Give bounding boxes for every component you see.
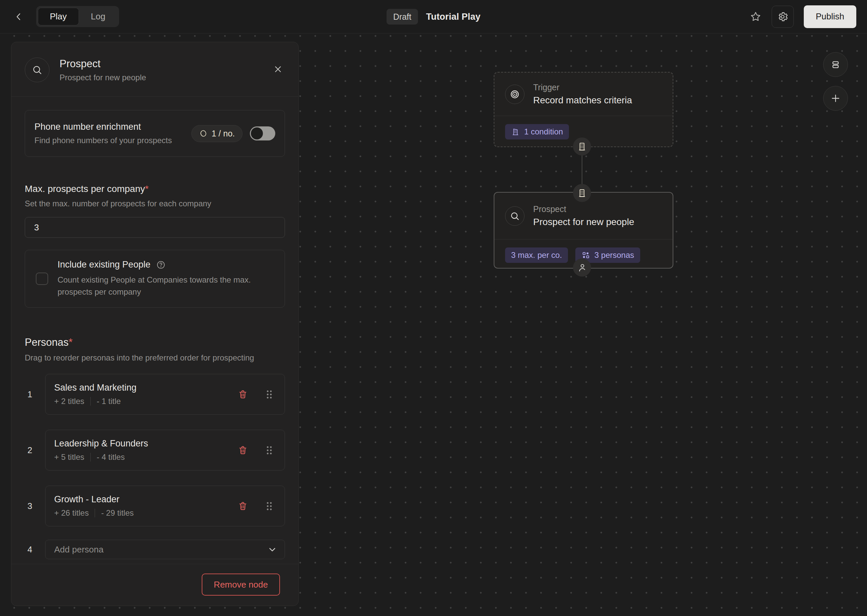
persona-added-titles: + 5 titles bbox=[54, 453, 84, 462]
star-icon bbox=[750, 11, 762, 23]
drag-handle-icon[interactable] bbox=[264, 500, 275, 513]
persona-removed-titles: - 4 titles bbox=[97, 453, 125, 462]
max-per-company-badge-label: 3 max. per co. bbox=[511, 250, 562, 260]
persona-order-number: 4 bbox=[25, 544, 45, 555]
tab-log[interactable]: Log bbox=[79, 8, 117, 25]
panel-subtitle: Prospect for new people bbox=[60, 73, 146, 82]
company-connector-icon[interactable] bbox=[573, 184, 591, 202]
back-button[interactable] bbox=[11, 9, 27, 25]
toggle-knob bbox=[251, 127, 263, 140]
persona-order-number: 1 bbox=[25, 389, 45, 400]
condition-badge[interactable]: 1 condition bbox=[505, 124, 569, 140]
target-icon bbox=[505, 85, 524, 104]
plus-icon bbox=[830, 93, 841, 104]
prospect-node-type: Prospect bbox=[533, 204, 634, 214]
persona-row: 1 Sales and Marketing + 2 titles - 1 tit… bbox=[25, 374, 285, 415]
chevron-left-icon bbox=[14, 12, 24, 22]
persona-card[interactable]: Growth - Leader + 26 titles - 29 titles bbox=[45, 486, 285, 526]
persona-removed-titles: - 29 titles bbox=[101, 508, 134, 518]
delete-persona-button[interactable] bbox=[236, 387, 250, 401]
rows-icon bbox=[830, 59, 841, 70]
max-prospects-input[interactable] bbox=[25, 217, 285, 238]
include-existing-label: Include existing People bbox=[58, 259, 151, 270]
personas-list: 1 Sales and Marketing + 2 titles - 1 tit… bbox=[25, 374, 285, 559]
divider bbox=[90, 397, 91, 405]
topbar: Play Log Draft Tutorial Play Publish bbox=[0, 0, 867, 33]
personas-description: Drag to reorder personas into the prefer… bbox=[25, 353, 285, 363]
add-node-button[interactable] bbox=[823, 86, 848, 111]
credit-cost-label: 1 / no. bbox=[212, 129, 235, 138]
phone-enrichment-toggle[interactable] bbox=[250, 126, 275, 140]
close-panel-button[interactable] bbox=[270, 61, 286, 77]
layout-view-button[interactable] bbox=[823, 52, 848, 77]
building-icon bbox=[511, 127, 520, 136]
personas-badge-label: 3 personas bbox=[595, 250, 634, 260]
remove-node-button[interactable]: Remove node bbox=[202, 574, 280, 596]
include-existing-description: Count existing People at Companies towar… bbox=[58, 274, 268, 298]
persona-card[interactable]: Sales and Marketing + 2 titles - 1 title bbox=[45, 374, 285, 415]
persona-name: Sales and Marketing bbox=[54, 383, 229, 393]
publish-button[interactable]: Publish bbox=[804, 5, 856, 28]
coin-icon bbox=[199, 129, 208, 138]
prospect-node-title: Prospect for new people bbox=[533, 217, 634, 228]
persona-row: 3 Growth - Leader + 26 titles - 29 title… bbox=[25, 486, 285, 526]
max-prospects-description: Set the max. number of prospects for eac… bbox=[25, 199, 285, 208]
add-persona-row: 4 Add persona bbox=[25, 540, 285, 559]
settings-button[interactable] bbox=[772, 6, 794, 28]
max-prospects-label: Max. prospects per company* bbox=[25, 184, 285, 194]
persona-removed-titles: - 1 title bbox=[97, 397, 121, 406]
divider bbox=[90, 453, 91, 462]
max-per-company-badge[interactable]: 3 max. per co. bbox=[505, 247, 568, 263]
phone-enrichment-description: Find phone numbers of your prospects bbox=[35, 136, 172, 145]
drag-handle-icon[interactable] bbox=[264, 444, 275, 457]
prospect-node[interactable]: Prospect Prospect for new people 3 max. … bbox=[494, 192, 673, 269]
persona-name: Leadership & Founders bbox=[54, 438, 229, 449]
phone-enrichment-title: Phone number enrichment bbox=[35, 122, 172, 132]
add-persona-placeholder: Add persona bbox=[54, 544, 103, 555]
search-icon bbox=[25, 58, 49, 82]
close-icon bbox=[273, 64, 283, 74]
person-connector-icon[interactable] bbox=[573, 259, 591, 277]
trigger-node[interactable]: Trigger Record matches criteria 1 condit… bbox=[494, 72, 673, 147]
search-icon bbox=[505, 206, 524, 226]
tab-play[interactable]: Play bbox=[38, 8, 79, 25]
persona-order-number: 2 bbox=[25, 445, 45, 456]
company-connector-icon[interactable] bbox=[573, 137, 591, 156]
persona-added-titles: + 26 titles bbox=[54, 508, 89, 518]
gear-icon bbox=[777, 11, 788, 22]
condition-badge-label: 1 condition bbox=[524, 127, 563, 137]
delete-persona-button[interactable] bbox=[236, 499, 250, 513]
add-persona-select[interactable]: Add persona bbox=[45, 540, 285, 559]
include-existing-card: Include existing People Count existing P… bbox=[25, 250, 285, 308]
divider bbox=[94, 509, 95, 517]
prospect-config-panel: Prospect Prospect for new people Phone n… bbox=[11, 42, 299, 606]
include-existing-checkbox[interactable] bbox=[36, 273, 48, 285]
phone-enrichment-card: Phone number enrichment Find phone numbe… bbox=[25, 110, 285, 157]
page-title: Tutorial Play bbox=[426, 11, 481, 22]
drag-handle-icon[interactable] bbox=[264, 388, 275, 401]
persona-name: Growth - Leader bbox=[54, 494, 229, 504]
credit-cost-badge: 1 / no. bbox=[191, 125, 243, 142]
persona-row: 2 Leadership & Founders + 5 titles - 4 t… bbox=[25, 430, 285, 470]
required-mark: * bbox=[145, 184, 149, 194]
delete-persona-button[interactable] bbox=[236, 443, 250, 457]
favorite-button[interactable] bbox=[750, 11, 762, 23]
trigger-node-title: Record matches criteria bbox=[533, 95, 632, 106]
trigger-node-type: Trigger bbox=[533, 83, 632, 92]
status-badge: Draft bbox=[387, 9, 418, 24]
play-log-tabs: Play Log bbox=[36, 6, 119, 27]
trigger-node-header: Trigger Record matches criteria bbox=[494, 72, 673, 116]
panel-title: Prospect bbox=[60, 58, 146, 70]
persona-order-number: 3 bbox=[25, 501, 45, 511]
persona-card[interactable]: Leadership & Founders + 5 titles - 4 tit… bbox=[45, 430, 285, 470]
personas-label: Personas* bbox=[25, 336, 285, 349]
chevron-down-icon bbox=[267, 544, 277, 555]
required-mark: * bbox=[69, 336, 72, 348]
help-icon[interactable] bbox=[156, 260, 166, 270]
persona-added-titles: + 2 titles bbox=[54, 397, 84, 406]
